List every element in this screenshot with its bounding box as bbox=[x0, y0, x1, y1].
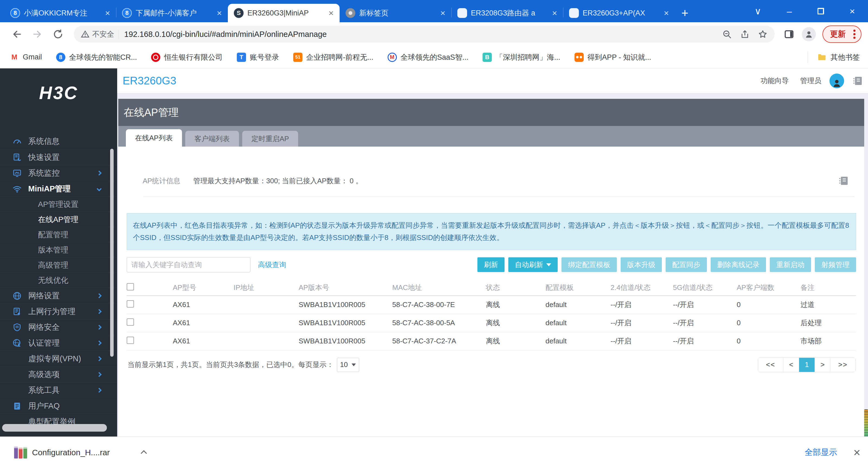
sidebar-item-miniap-management[interactable]: MiniAP管理 bbox=[0, 181, 117, 197]
chevron-up-icon[interactable] bbox=[141, 450, 147, 456]
table-row[interactable]: AX61 SWBA1B1V100R005 58-C7-AC-38-00-5A 离… bbox=[127, 314, 856, 332]
browser-tab[interactable]: 新标签页 × bbox=[340, 4, 452, 22]
advanced-search-link[interactable]: 高级查询 bbox=[258, 260, 286, 269]
tab-online-ap-list[interactable]: 在线AP列表 bbox=[126, 129, 182, 147]
security-label[interactable]: 不安全 bbox=[92, 29, 114, 39]
sidebar-item-network-settings[interactable]: 网络设置 bbox=[0, 288, 117, 303]
sidebar-subitem-wireless-optimization[interactable]: 无线优化 bbox=[0, 272, 117, 288]
sidebar-item-advanced-options[interactable]: 高级选项 bbox=[0, 367, 117, 382]
bind-template-button[interactable]: 绑定配置模板 bbox=[561, 257, 617, 272]
tab-scheduled-restart[interactable]: 定时重启AP bbox=[242, 131, 299, 147]
close-downloads-icon[interactable]: × bbox=[854, 446, 860, 459]
table-row[interactable]: AX61 SWBA1B1V100R005 58-C7-AC-37-C2-7A 离… bbox=[127, 332, 856, 350]
tab-close-icon[interactable]: × bbox=[663, 9, 670, 18]
address-bar[interactable]: 不安全 192.168.0.10/cgi-bin/luci/#admin/min… bbox=[74, 26, 775, 42]
table-row[interactable]: AX61 SWBA1B1V100R005 58-C7-AC-38-00-7E 离… bbox=[127, 296, 856, 314]
sidebar-vertical-scrollbar[interactable] bbox=[110, 149, 114, 357]
delete-offline-button[interactable]: 删除离线记录 bbox=[711, 257, 766, 272]
next-page-button[interactable]: > bbox=[814, 358, 830, 372]
window-restore-button[interactable] bbox=[805, 6, 837, 17]
show-all-downloads-link[interactable]: 全部显示 bbox=[805, 447, 837, 458]
version-upgrade-button[interactable]: 版本升级 bbox=[621, 257, 662, 272]
notebook-icon[interactable] bbox=[838, 175, 849, 186]
sidebar-item-auth-management[interactable]: 认证管理 bbox=[0, 335, 117, 351]
browser-tab[interactable]: ER3260G3+AP(AX × bbox=[563, 4, 675, 22]
col-status: 状态 bbox=[486, 280, 546, 296]
browser-menu-kebab-icon[interactable] bbox=[854, 33, 856, 35]
select-all-checkbox[interactable] bbox=[127, 283, 134, 290]
tab-client-list[interactable]: 客户端列表 bbox=[185, 131, 239, 147]
browser-tab[interactable]: 8 小满OKKICRM专注 × bbox=[4, 4, 116, 22]
reload-icon[interactable] bbox=[53, 29, 63, 40]
sidebar: H3C 系统信息 快速设置 系统监控 MiniAP管理 bbox=[0, 68, 117, 437]
sidebar-item-system-monitor[interactable]: 系统监控 bbox=[0, 165, 117, 181]
bookmark-item[interactable]: 得到APP - 知识就... bbox=[575, 52, 651, 62]
url-text[interactable]: 192.168.0.10/cgi-bin/luci/#admin/miniAP/… bbox=[124, 30, 714, 39]
last-page-button[interactable]: >> bbox=[830, 358, 855, 372]
sidebar-item-network-security[interactable]: 网络安全 bbox=[0, 319, 117, 335]
config-sync-button[interactable]: 配置同步 bbox=[665, 257, 707, 272]
row-checkbox[interactable] bbox=[127, 300, 134, 308]
monitor-icon bbox=[12, 169, 22, 178]
side-panel-icon[interactable] bbox=[784, 29, 794, 39]
feature-guide-link[interactable]: 功能向导 bbox=[761, 76, 789, 86]
row-checkbox[interactable] bbox=[127, 318, 134, 326]
sidebar-item-quick-setup[interactable]: 快速设置 bbox=[0, 149, 117, 165]
forward-icon[interactable] bbox=[32, 29, 43, 40]
browser-tab[interactable]: 8 下属邮件-小满客户 × bbox=[116, 4, 228, 22]
page-scrollbar[interactable] bbox=[864, 409, 868, 440]
restart-button[interactable]: 重新启动 bbox=[770, 257, 811, 272]
sidebar-subitem-ap-settings[interactable]: AP管理设置 bbox=[0, 197, 117, 212]
main-area: ER3260G3 功能向导 管理员 在线AP管理 在线AP列表 客户端列表 定时… bbox=[117, 68, 868, 437]
sidebar-horizontal-scrollbar[interactable] bbox=[2, 424, 107, 432]
sidebar-item-vpn[interactable]: 虚拟专网(VPN) bbox=[0, 351, 117, 367]
refresh-button[interactable]: 刷新 bbox=[477, 257, 504, 272]
sidebar-subitem-version-management[interactable]: 版本管理 bbox=[0, 242, 117, 257]
back-icon[interactable] bbox=[11, 29, 22, 40]
admin-avatar[interactable] bbox=[830, 74, 844, 88]
bookmark-item[interactable]: 51企业招聘网-前程无... bbox=[293, 52, 373, 62]
bookmark-item[interactable]: MGmail bbox=[10, 53, 42, 62]
current-page-button[interactable]: 1 bbox=[799, 358, 814, 372]
radio-management-button[interactable]: 射频管理 bbox=[815, 257, 856, 272]
bookmark-item[interactable]: B「深圳招聘网」海... bbox=[483, 52, 560, 62]
bookmark-item[interactable]: T账号登录 bbox=[237, 52, 279, 62]
share-icon[interactable] bbox=[740, 29, 750, 39]
first-page-button[interactable]: << bbox=[758, 358, 783, 372]
tab-close-icon[interactable]: × bbox=[439, 9, 446, 18]
sidebar-subitem-advanced-management[interactable]: 高级管理 bbox=[0, 257, 117, 272]
window-minimize-button[interactable]: – bbox=[774, 6, 805, 17]
prev-page-button[interactable]: < bbox=[783, 358, 799, 372]
browser-tab-active[interactable]: S ER3260G3|MiniAP × bbox=[228, 4, 340, 22]
bookmark-star-icon[interactable] bbox=[758, 29, 768, 39]
page-size-select[interactable]: 10 bbox=[337, 358, 359, 372]
chrome-update-button[interactable]: 更新 bbox=[823, 26, 862, 43]
bookmark-item[interactable]: 恒生银行有限公司 bbox=[151, 52, 223, 62]
notebook-icon[interactable] bbox=[852, 76, 863, 86]
tab-close-icon[interactable]: × bbox=[104, 9, 111, 18]
not-secure-warning-icon[interactable] bbox=[81, 30, 90, 38]
sidebar-item-behavior-management[interactable]: 上网行为管理 bbox=[0, 303, 117, 319]
sidebar-item-system-info[interactable]: 系统信息 bbox=[0, 134, 117, 149]
search-input[interactable] bbox=[127, 257, 250, 272]
tab-close-icon[interactable]: × bbox=[216, 9, 223, 18]
new-tab-button[interactable]: + bbox=[681, 8, 688, 19]
admin-link[interactable]: 管理员 bbox=[800, 76, 822, 86]
bookmark-item[interactable]: 8全球领先的智能CR... bbox=[56, 52, 137, 62]
row-checkbox[interactable] bbox=[127, 337, 134, 344]
zoom-out-icon[interactable] bbox=[722, 29, 732, 39]
window-close-button[interactable]: × bbox=[837, 6, 868, 17]
download-filename[interactable]: Configuration_H....rar bbox=[32, 448, 110, 457]
tab-close-icon[interactable]: × bbox=[328, 9, 335, 18]
sidebar-item-user-faq[interactable]: 用户FAQ bbox=[0, 398, 117, 414]
browser-profile-avatar[interactable] bbox=[802, 27, 816, 41]
auto-refresh-button[interactable]: 自动刷新 bbox=[508, 257, 558, 272]
tab-close-icon[interactable]: × bbox=[551, 9, 558, 18]
sidebar-subitem-online-ap[interactable]: 在线AP管理 bbox=[0, 212, 117, 227]
sidebar-subitem-config-management[interactable]: 配置管理 bbox=[0, 227, 117, 242]
other-bookmarks[interactable]: 其他书签 bbox=[807, 51, 860, 63]
browser-tab[interactable]: ER3208G3路由器 a × bbox=[452, 4, 563, 22]
bookmark-item[interactable]: M全球领先的SaaS智... bbox=[388, 52, 469, 62]
tab-search-chevron-icon[interactable]: ∨ bbox=[742, 6, 774, 17]
sidebar-item-system-tools[interactable]: 系统工具 bbox=[0, 382, 117, 398]
